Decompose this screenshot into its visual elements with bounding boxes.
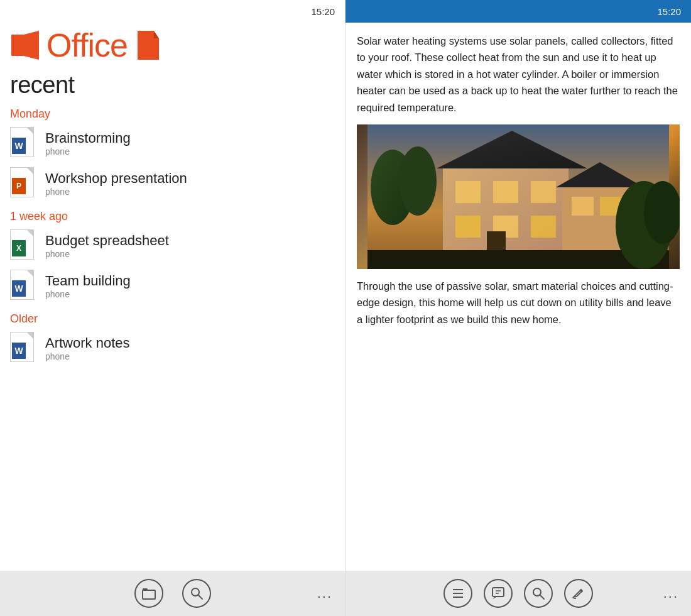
budget-icon: X	[10, 229, 38, 262]
artwork-info: Artwork notes phone	[45, 335, 130, 361]
svg-rect-27	[492, 588, 504, 597]
brainstorming-source: phone	[45, 146, 131, 157]
right-phone: 15:20 Solar water heating systems use so…	[346, 0, 691, 616]
team-building-icon: W	[10, 270, 38, 302]
edit-button[interactable]	[564, 579, 593, 608]
house-svg	[357, 124, 680, 269]
office-logo-icon	[10, 30, 41, 61]
workshop-name: Workshop presentation	[45, 170, 187, 187]
right-bottom-bar: ...	[346, 571, 691, 616]
left-bottom-bar: ...	[0, 571, 345, 616]
list-icon	[451, 586, 465, 600]
folder-icon	[142, 586, 156, 600]
doc-content: Solar water heating systems use solar pa…	[346, 23, 691, 571]
svg-rect-0	[11, 35, 24, 56]
artwork-name: Artwork notes	[45, 335, 130, 351]
svg-rect-18	[572, 197, 594, 216]
file-item-artwork[interactable]: W Artwork notes phone	[5, 328, 340, 368]
budget-info: Budget spreadsheet phone	[45, 233, 169, 259]
left-status-bar: 15:20	[0, 0, 345, 23]
file-item-budget[interactable]: X Budget spreadsheet phone	[5, 226, 340, 266]
doc-paragraph-2: Through the use of passive solar, smart …	[357, 278, 680, 327]
svg-point-3	[192, 588, 199, 596]
right-time: 15:20	[657, 6, 681, 17]
file-list: Monday W Brainstorming phone P Workshop …	[0, 101, 345, 571]
svg-rect-14	[531, 181, 556, 203]
svg-line-32	[540, 595, 544, 599]
brainstorming-info: Brainstorming phone	[45, 130, 131, 157]
more-button-right[interactable]: ...	[663, 585, 678, 602]
house-image	[357, 124, 680, 269]
list-button[interactable]	[443, 579, 472, 608]
team-building-name: Team building	[45, 273, 131, 289]
team-building-source: phone	[45, 289, 131, 299]
doc-paragraph-1: Solar water heating systems use solar pa…	[357, 33, 680, 116]
more-button-left[interactable]: ...	[317, 585, 332, 602]
office-bracket-icon	[133, 30, 159, 61]
svg-rect-13	[493, 181, 518, 203]
search-icon-left	[190, 586, 204, 600]
brainstorming-icon: W	[10, 127, 38, 160]
comment-icon	[491, 586, 505, 600]
team-building-info: Team building phone	[45, 273, 131, 299]
folder-button[interactable]	[134, 579, 163, 608]
svg-marker-1	[24, 31, 39, 60]
budget-source: phone	[45, 249, 169, 259]
workshop-source: phone	[45, 187, 187, 197]
budget-name: Budget spreadsheet	[45, 233, 169, 249]
svg-point-7	[399, 146, 437, 216]
file-item-brainstorming[interactable]: W Brainstorming phone	[5, 123, 340, 163]
left-time: 15:20	[311, 6, 335, 17]
file-item-workshop[interactable]: P Workshop presentation phone	[5, 163, 340, 204]
section-week-ago: 1 week ago	[5, 204, 340, 226]
section-monday: Monday	[5, 101, 340, 123]
file-item-team-building[interactable]: W Team building phone	[5, 266, 340, 306]
svg-rect-17	[531, 216, 556, 238]
workshop-icon: P	[10, 167, 38, 200]
office-title: Office	[46, 29, 128, 62]
svg-point-31	[533, 588, 541, 596]
svg-rect-2	[143, 590, 155, 599]
edit-icon	[572, 586, 585, 600]
artwork-icon: W	[10, 332, 38, 365]
workshop-info: Workshop presentation phone	[45, 170, 187, 197]
svg-line-4	[199, 595, 202, 599]
left-phone: 15:20 Office recent Monday W Brainsto	[0, 0, 346, 616]
right-status-bar: 15:20	[346, 0, 691, 23]
office-header: Office	[0, 23, 345, 67]
search-icon-right	[531, 586, 545, 600]
svg-rect-15	[455, 216, 481, 238]
section-older: Older	[5, 306, 340, 328]
recent-title: recent	[0, 67, 345, 101]
comment-button[interactable]	[484, 579, 513, 608]
artwork-source: phone	[45, 351, 130, 361]
search-button-right[interactable]	[524, 579, 553, 608]
search-button-left[interactable]	[182, 579, 211, 608]
brainstorming-name: Brainstorming	[45, 130, 131, 146]
svg-rect-12	[455, 181, 481, 203]
